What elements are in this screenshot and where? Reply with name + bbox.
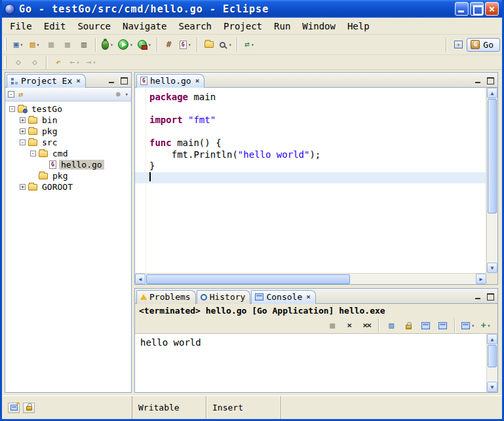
console-output[interactable]: hello world ▲ ▼ bbox=[135, 333, 497, 392]
tree-item-testGo[interactable]: -testGo bbox=[5, 103, 131, 115]
editor-horizontal-scrollbar[interactable]: ◀ ▶ bbox=[135, 273, 486, 284]
code-line[interactable] bbox=[135, 126, 486, 138]
minimize-view-button[interactable] bbox=[107, 76, 117, 84]
plus-expander-icon[interactable]: + bbox=[20, 184, 26, 190]
back-button[interactable]: ←▾ bbox=[67, 54, 83, 70]
close-icon[interactable]: × bbox=[306, 293, 311, 301]
menu-search[interactable]: Search bbox=[172, 19, 218, 33]
scrollbar-thumb[interactable] bbox=[146, 274, 350, 284]
save-all-button[interactable]: ▩ bbox=[60, 37, 75, 52]
dropdown-icon[interactable]: ▾ bbox=[20, 42, 24, 48]
open-console-button[interactable]: +▾ bbox=[478, 318, 494, 333]
editor-vertical-scrollbar[interactable]: ▲ ▼ bbox=[486, 88, 497, 273]
dropdown-icon[interactable]: ▾ bbox=[77, 60, 80, 65]
tree-item-pkg[interactable]: +pkg bbox=[5, 126, 131, 137]
clear-console-button[interactable]: ▨ bbox=[383, 318, 399, 333]
console-vertical-scrollbar[interactable]: ▲ ▼ bbox=[486, 334, 497, 392]
dropdown-icon[interactable]: ▾ bbox=[148, 42, 151, 48]
fast-view-icon[interactable]: * bbox=[8, 403, 20, 413]
titlebar[interactable]: Go - testGo/src/cmd/hello.go - Eclipse bbox=[2, 0, 502, 18]
minus-expander-icon[interactable]: - bbox=[30, 151, 36, 156]
tab-problems[interactable]: Problems bbox=[136, 290, 196, 304]
debug-button[interactable]: ▾ bbox=[100, 37, 115, 52]
menu-source[interactable]: Source bbox=[71, 19, 117, 33]
open-perspective-button[interactable]: + bbox=[450, 37, 466, 52]
remove-launch-button[interactable]: × bbox=[341, 318, 357, 333]
code-line[interactable] bbox=[135, 103, 486, 115]
scrollbar-thumb[interactable] bbox=[488, 345, 497, 367]
minimize-view-button[interactable] bbox=[473, 292, 483, 301]
scroll-up-icon[interactable]: ▲ bbox=[487, 334, 497, 344]
code-line[interactable]: fmt.Println("hello world"); bbox=[135, 149, 486, 161]
tab-hello-go[interactable]: G hello.go × bbox=[136, 74, 204, 88]
save-button[interactable]: ▦ bbox=[43, 37, 59, 52]
dropdown-icon[interactable]: ▾ bbox=[251, 42, 254, 48]
dropdown-icon[interactable]: ▾ bbox=[188, 42, 191, 48]
go-perspective-button[interactable]: G Go bbox=[467, 38, 500, 52]
toolbar-grip[interactable] bbox=[5, 56, 8, 69]
tab-console[interactable]: Console× bbox=[251, 290, 315, 304]
close-icon[interactable]: × bbox=[195, 77, 200, 85]
tree-item-GOROOT[interactable]: +GOROOT bbox=[5, 181, 131, 192]
dropdown-icon[interactable]: ▾ bbox=[93, 60, 96, 65]
remove-all-launches-button[interactable]: ×× bbox=[359, 318, 374, 333]
scrollbar-thumb[interactable] bbox=[488, 99, 497, 213]
forward-button[interactable]: →▾ bbox=[83, 54, 99, 70]
menu-window[interactable]: Window bbox=[296, 19, 341, 33]
dropdown-icon[interactable]: ▾ bbox=[471, 323, 475, 329]
menu-file[interactable]: File bbox=[4, 19, 38, 33]
code-line[interactable]: import "fmt" bbox=[135, 115, 486, 126]
minimize-editor-button[interactable] bbox=[473, 76, 483, 84]
show-console-on-output-button[interactable] bbox=[435, 318, 450, 333]
customize-view-icon[interactable]: ● bbox=[116, 89, 121, 100]
plus-expander-icon[interactable]: + bbox=[20, 128, 26, 134]
menu-project[interactable]: Project bbox=[218, 19, 268, 33]
code-area[interactable]: package main import "fmt" func main() { … bbox=[135, 88, 486, 273]
pin-console-button[interactable] bbox=[417, 318, 433, 333]
external-tools-button[interactable]: ▾ bbox=[136, 37, 153, 52]
minus-expander-icon[interactable]: - bbox=[20, 139, 26, 145]
new-go-file-button[interactable]: G▾ bbox=[178, 37, 193, 52]
tab-project-explorer[interactable]: Project Ex × bbox=[7, 74, 86, 88]
window-minimize-button[interactable] bbox=[455, 2, 469, 16]
close-icon[interactable]: × bbox=[76, 77, 81, 85]
menu-help[interactable]: Help bbox=[341, 19, 376, 33]
window-close-button[interactable] bbox=[485, 2, 499, 16]
dropdown-icon[interactable]: ▾ bbox=[110, 42, 113, 48]
team-sync-button[interactable]: ⇄▾ bbox=[241, 37, 257, 52]
code-line[interactable]: package main bbox=[135, 92, 486, 103]
scroll-down-icon[interactable]: ▼ bbox=[487, 263, 497, 273]
print-button[interactable]: ▥ bbox=[76, 37, 92, 52]
new-project-button[interactable]: ▤▾ bbox=[27, 37, 43, 52]
dropdown-icon[interactable]: ▾ bbox=[37, 42, 40, 48]
collapse-all-icon[interactable]: - bbox=[8, 91, 14, 98]
tree-item-hello.go[interactable]: Ghello.go bbox=[5, 159, 131, 170]
tree-item-src[interactable]: -src bbox=[5, 137, 131, 148]
link-with-editor-icon[interactable]: ⇄ bbox=[18, 89, 23, 100]
minus-expander-icon[interactable]: - bbox=[9, 106, 15, 112]
tab-history[interactable]: History bbox=[197, 290, 251, 304]
scroll-lock-button[interactable] bbox=[400, 318, 416, 333]
dropdown-icon[interactable]: ▾ bbox=[130, 42, 133, 48]
terminate-button[interactable]: ■ bbox=[324, 318, 340, 333]
toolbar-grip[interactable] bbox=[5, 38, 8, 51]
open-resource-button[interactable] bbox=[201, 37, 217, 52]
menu-navigate[interactable]: Navigate bbox=[117, 19, 172, 33]
menu-run[interactable]: Run bbox=[268, 19, 296, 33]
next-annotation-button[interactable]: ◇ bbox=[10, 54, 26, 70]
editor-body[interactable]: package main import "fmt" func main() { … bbox=[135, 88, 497, 284]
new-go-package-button[interactable]: # bbox=[161, 37, 177, 52]
menu-edit[interactable]: Edit bbox=[38, 19, 72, 33]
dropdown-icon[interactable]: ▾ bbox=[488, 323, 491, 329]
maximize-editor-button[interactable] bbox=[485, 76, 495, 84]
code-line[interactable] bbox=[135, 172, 486, 184]
scroll-left-icon[interactable]: ◀ bbox=[135, 274, 145, 284]
tree-item-pkg[interactable]: pkg bbox=[5, 170, 131, 181]
display-selected-console-button[interactable]: ▾ bbox=[459, 318, 476, 333]
tree-item-cmd[interactable]: -cmd bbox=[5, 148, 131, 159]
trim-lock-icon[interactable] bbox=[23, 403, 35, 413]
plus-expander-icon[interactable]: + bbox=[20, 117, 26, 123]
last-edit-location-button[interactable]: ↶ bbox=[50, 54, 66, 70]
previous-annotation-button[interactable]: ◇ bbox=[27, 54, 43, 70]
search-button[interactable]: ▾ bbox=[218, 37, 234, 52]
